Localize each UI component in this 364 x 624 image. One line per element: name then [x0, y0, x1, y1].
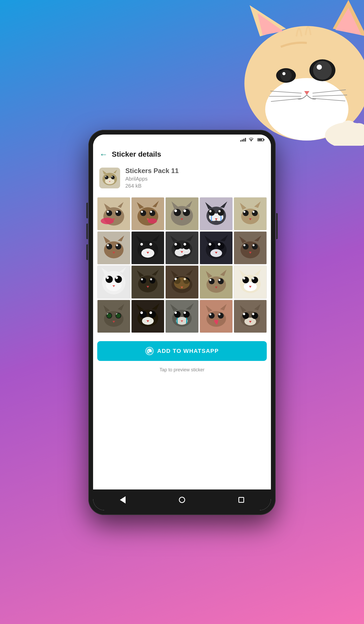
svg-point-167 [218, 278, 224, 284]
sticker-cell[interactable] [234, 265, 267, 298]
svg-marker-5 [335, 8, 361, 35]
add-to-whatsapp-button[interactable]: ADD TO WHATSAPP [97, 341, 267, 361]
sticker-cell[interactable] [165, 231, 198, 264]
svg-line-13 [270, 91, 302, 93]
phone-screen: ← Sticker details [93, 135, 271, 510]
top-bar: ← Sticker details [93, 145, 271, 163]
svg-point-69 [208, 209, 215, 216]
sticker-cell[interactable] [200, 231, 233, 264]
svg-point-98 [140, 243, 143, 246]
svg-point-48 [140, 210, 146, 216]
svg-point-109 [174, 243, 177, 246]
svg-point-162 [206, 277, 226, 293]
svg-point-22 [352, 123, 364, 135]
svg-point-215 [209, 313, 214, 319]
sticker-grid [93, 195, 271, 335]
svg-point-78 [243, 210, 249, 216]
sticker-cell[interactable] [165, 197, 198, 230]
sticker-cell[interactable] [97, 231, 130, 264]
status-icons [240, 138, 264, 142]
svg-point-111 [184, 243, 186, 246]
pack-size: 264 kB [125, 183, 179, 189]
svg-point-128 [243, 244, 245, 246]
svg-point-61 [184, 209, 186, 212]
svg-line-18 [313, 98, 345, 101]
svg-point-207 [175, 311, 177, 314]
svg-line-15 [271, 98, 302, 101]
home-nav-button[interactable] [176, 494, 188, 506]
sticker-cell[interactable] [97, 265, 130, 298]
svg-point-39 [107, 211, 109, 213]
svg-point-100 [150, 243, 152, 246]
svg-point-49 [141, 211, 143, 213]
wifi-icon [249, 138, 254, 142]
pack-thumbnail [99, 168, 120, 188]
svg-point-88 [107, 244, 109, 246]
recents-nav-icon [238, 497, 244, 503]
sticker-cell[interactable] [131, 300, 164, 333]
svg-point-23 [251, 141, 252, 142]
svg-point-51 [150, 211, 152, 213]
svg-point-30 [105, 176, 106, 177]
phone-frame: ← Sticker details [88, 130, 276, 515]
svg-point-72 [218, 210, 220, 212]
sticker-cell[interactable] [200, 197, 233, 230]
sticker-cell[interactable] [97, 300, 130, 333]
svg-point-197 [140, 311, 143, 314]
svg-point-190 [116, 313, 121, 318]
svg-point-87 [106, 244, 112, 250]
svg-point-189 [107, 313, 112, 318]
svg-point-165 [209, 278, 214, 284]
svg-point-149 [150, 278, 152, 281]
sticker-cell[interactable] [165, 265, 198, 298]
svg-marker-2 [250, 5, 286, 36]
svg-point-121 [218, 243, 220, 246]
svg-line-17 [313, 95, 347, 96]
svg-point-55 [171, 206, 193, 226]
svg-point-70 [209, 210, 211, 212]
svg-point-84 [104, 241, 124, 258]
svg-point-7 [280, 70, 292, 81]
sticker-cell[interactable] [131, 231, 164, 264]
svg-point-81 [252, 211, 255, 213]
sticker-cell[interactable] [234, 197, 267, 230]
sticker-cell[interactable] [97, 197, 130, 230]
svg-point-6 [276, 68, 296, 83]
svg-point-80 [252, 210, 258, 216]
svg-point-166 [209, 279, 211, 281]
svg-line-16 [313, 90, 346, 93]
svg-point-216 [209, 313, 211, 315]
sticker-cell[interactable] [234, 300, 267, 333]
svg-point-89 [115, 244, 121, 250]
svg-point-10 [313, 61, 332, 80]
pack-details: Stickers Pack 11 AbrilApps 264 kB [125, 167, 179, 189]
recents-nav-button[interactable] [236, 494, 247, 506]
sticker-cell[interactable] [200, 265, 233, 298]
sticker-cell[interactable] [131, 265, 164, 298]
svg-point-228 [252, 313, 254, 315]
sticker-cell[interactable] [234, 231, 267, 264]
status-bar [93, 135, 271, 145]
svg-point-124 [240, 241, 260, 258]
svg-point-0 [244, 26, 364, 141]
svg-point-146 [140, 278, 146, 284]
svg-point-19 [325, 122, 364, 146]
svg-point-43 [101, 218, 114, 224]
sticker-cell[interactable] [131, 197, 164, 230]
app-content: ← Sticker details [93, 145, 271, 489]
back-button[interactable]: ← [99, 150, 108, 158]
svg-point-199 [150, 311, 152, 314]
svg-point-129 [252, 244, 258, 250]
sticker-cell[interactable] [165, 300, 198, 333]
svg-point-40 [115, 210, 121, 216]
svg-point-41 [116, 211, 118, 213]
back-nav-button[interactable] [117, 494, 128, 506]
svg-point-20 [331, 124, 345, 136]
svg-point-53 [148, 218, 157, 224]
svg-point-147 [141, 278, 143, 281]
home-nav-icon [179, 497, 185, 503]
svg-point-59 [174, 209, 177, 212]
svg-marker-4 [333, 0, 364, 36]
svg-point-140 [115, 277, 118, 279]
sticker-cell[interactable] [200, 300, 233, 333]
